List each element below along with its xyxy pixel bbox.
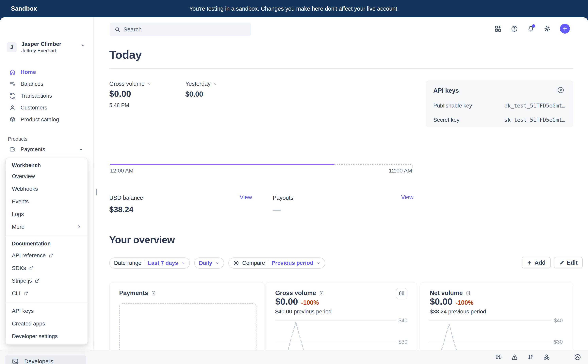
- home-icon: [9, 69, 16, 76]
- api-keys-title: API keys: [433, 87, 459, 94]
- card-amount-row: $0.00 -100%: [430, 296, 473, 307]
- today-heading: Today: [109, 48, 142, 61]
- menu-item-developer-settings[interactable]: Developer settings: [6, 330, 88, 343]
- account-switcher[interactable]: J Jasper Climber Jeffrey Everhart: [7, 41, 87, 54]
- sidebar-item-label: Transactions: [20, 93, 52, 99]
- sidebar-item-label: Product catalog: [20, 116, 59, 123]
- sidebar-item-home[interactable]: Home: [0, 66, 94, 78]
- webhooks-icon[interactable]: [543, 353, 550, 361]
- chevron-down-icon: [181, 261, 185, 265]
- account-name: Jasper Climber: [21, 41, 61, 47]
- usd-balance-view-link[interactable]: View: [240, 194, 252, 201]
- gridline: [429, 320, 551, 321]
- search-bar[interactable]: [110, 23, 251, 36]
- menu-item-api-keys[interactable]: API keys: [6, 305, 88, 317]
- card-title: Net volume: [430, 290, 471, 297]
- sidebar-item-transactions[interactable]: Transactions: [0, 90, 94, 102]
- previous-period-value: $38.24 previous period: [430, 308, 486, 315]
- section-divider: [109, 68, 573, 69]
- toolbar-icons: [495, 353, 581, 361]
- notification-dot: [532, 24, 535, 28]
- edit-button[interactable]: Edit: [554, 257, 583, 268]
- menu-divider: [6, 302, 88, 302]
- menu-item-stripejs[interactable]: Stripe.js: [6, 274, 88, 287]
- secret-key-value[interactable]: sk_test_51TFD5eGmt…: [504, 117, 565, 123]
- menu-item-overview[interactable]: Overview: [6, 170, 88, 182]
- panel-resize-handle[interactable]: [96, 189, 97, 195]
- sidebar-item-label: Home: [20, 69, 36, 75]
- binoculars-icon[interactable]: [495, 353, 502, 361]
- chevron-right-icon: [77, 224, 82, 229]
- help-icon[interactable]: [511, 25, 518, 32]
- menu-item-cli[interactable]: CLI: [6, 287, 88, 300]
- gross-volume-selector[interactable]: Gross volume: [109, 81, 151, 87]
- sort-arrows-icon[interactable]: [527, 353, 534, 361]
- account-subtitle: Jeffrey Everhart: [21, 47, 61, 54]
- menu-item-events[interactable]: Events: [6, 195, 88, 208]
- developers-button[interactable]: Developers: [5, 355, 86, 364]
- pencil-icon: [559, 260, 564, 265]
- api-keys-panel: API keys Publishable key pk_test_51TFD5e…: [426, 80, 573, 127]
- collapse-up-icon[interactable]: [574, 353, 581, 361]
- compare-filter[interactable]: Compare Previous period: [228, 258, 325, 269]
- developers-label: Developers: [24, 358, 53, 364]
- sandbox-brand: Sandbox: [11, 0, 37, 17]
- card-title: Gross volume: [275, 290, 324, 297]
- sidebar-item-customers[interactable]: Customers: [0, 102, 94, 114]
- menu-item-logs[interactable]: Logs: [6, 208, 88, 221]
- developer-toolbar: Developers: [0, 350, 588, 364]
- yesterday-amount: $0.00: [185, 90, 203, 98]
- card-title: Payments: [119, 290, 156, 297]
- search-input[interactable]: [123, 26, 242, 33]
- info-icon: [319, 291, 324, 296]
- sidebar-item-label: Customers: [20, 104, 47, 111]
- stripe-sandbox-dashboard: You're testing in a sandbox. Changes you…: [0, 0, 588, 364]
- publishable-key-label: Publishable key: [433, 103, 472, 109]
- y-axis-tick: $30: [554, 339, 563, 345]
- gridline: [275, 342, 396, 342]
- remove-compare-icon[interactable]: [233, 260, 239, 266]
- add-button[interactable]: Add: [522, 257, 551, 268]
- notifications-bell-icon[interactable]: [527, 25, 535, 32]
- chart-start-label: 12:00 AM: [110, 168, 133, 174]
- date-range-filter[interactable]: Date range Last 7 days: [109, 258, 190, 269]
- y-axis-tick: $40: [554, 318, 563, 324]
- gross-volume-time: 5:48 PM: [109, 102, 129, 109]
- previous-period-value: $40.00 previous period: [275, 308, 331, 315]
- chevron-down-icon: [79, 147, 83, 152]
- payouts-value: —: [273, 205, 281, 214]
- sidebar-section-products: Products: [0, 136, 94, 142]
- sidebar-item-payments[interactable]: Payments: [0, 143, 94, 155]
- publishable-key-value[interactable]: pk_test_51TFD5eGmt…: [504, 103, 565, 109]
- external-link-icon: [35, 278, 40, 283]
- card-amount-row: $0.00 -100%: [275, 296, 319, 307]
- menu-item-api-reference[interactable]: API reference: [6, 249, 88, 262]
- balances-icon: [9, 81, 16, 87]
- payouts-view-link[interactable]: View: [401, 194, 413, 201]
- settings-gear-icon[interactable]: [543, 25, 551, 32]
- yesterday-selector[interactable]: Yesterday: [185, 81, 217, 87]
- sidebar-item-label: Balances: [20, 81, 43, 87]
- gridline: [429, 342, 551, 342]
- inspect-button[interactable]: [396, 288, 407, 299]
- interval-filter[interactable]: Daily: [194, 258, 224, 269]
- sidebar-item-label: Payments: [20, 146, 45, 153]
- chevron-down-icon: [317, 261, 321, 265]
- sidebar-item-balances[interactable]: Balances: [0, 78, 94, 90]
- menu-item-more[interactable]: More: [6, 221, 88, 233]
- popup-header-workbench: Workbench: [6, 161, 88, 170]
- chevron-down-icon: [80, 43, 85, 48]
- sidebar-item-product-catalog[interactable]: Product catalog: [0, 114, 94, 125]
- overview-heading: Your overview: [109, 234, 175, 246]
- apps-grid-icon[interactable]: [494, 25, 502, 32]
- chevron-down-icon: [215, 261, 219, 265]
- menu-item-webhooks[interactable]: Webhooks: [6, 182, 88, 195]
- popup-header-documentation: Documentation: [6, 238, 88, 249]
- binoculars-icon: [399, 291, 405, 297]
- close-icon[interactable]: [557, 86, 564, 94]
- alert-triangle-icon[interactable]: [511, 353, 518, 361]
- customers-icon: [9, 104, 16, 111]
- menu-item-sdks[interactable]: SDKs: [6, 262, 88, 274]
- create-button[interactable]: [560, 24, 570, 34]
- menu-item-created-apps[interactable]: Created apps: [6, 317, 88, 330]
